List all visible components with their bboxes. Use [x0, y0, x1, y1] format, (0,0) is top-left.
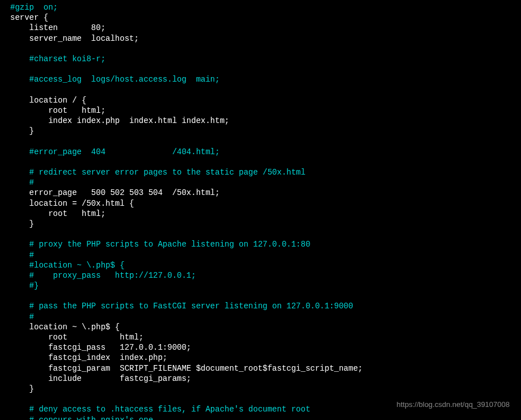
code-line: # redirect server error pages to the sta… [0, 167, 521, 177]
code-line: # concurs with nginx's one [0, 415, 521, 421]
code-text: fastcgi_index index.php; [10, 353, 167, 362]
code-line: fastcgi_index index.php; [0, 353, 521, 363]
code-line: include fastcgi_params; [0, 374, 521, 384]
code-text [10, 240, 29, 249]
code-text: fastcgi_param SCRIPT_FILENAME $document_… [10, 364, 363, 373]
code-line: location / { [0, 95, 521, 105]
code-text: root html; [10, 333, 143, 342]
code-line: root html; [0, 209, 521, 219]
code-line [0, 157, 521, 167]
code-line [0, 44, 521, 54]
comment-text: # [29, 178, 34, 187]
comment-text: # [29, 251, 34, 260]
code-line: # proxy_pass http://127.0.0.1; [0, 270, 521, 281]
comment-text: #error_page 404 /404.html; [29, 147, 220, 156]
comment-text: # redirect server error pages to the sta… [29, 168, 306, 177]
code-text [10, 178, 29, 187]
code-line: error_page 500 502 503 504 /50x.html; [0, 188, 521, 198]
code-line: listen 80; [0, 23, 521, 33]
comment-text: #gzip on; [10, 3, 58, 12]
code-line: location ~ \.php$ { [0, 322, 521, 332]
code-text: } [10, 126, 34, 135]
code-text [10, 251, 29, 260]
code-text: root html; [10, 209, 105, 218]
code-line: # pass the PHP scripts to FastCGI server… [0, 301, 521, 311]
code-text [10, 147, 29, 156]
code-line: #} [0, 281, 521, 291]
code-text: } [10, 219, 34, 228]
comment-text: #charset koi8-r; [29, 54, 105, 63]
code-text: server_name localhost; [10, 34, 139, 43]
code-line: #error_page 404 /404.html; [0, 147, 521, 157]
code-text: location ~ \.php$ { [10, 323, 120, 332]
comment-text: #location ~ \.php$ { [29, 261, 125, 270]
code-line: #location ~ \.php$ { [0, 260, 521, 270]
code-text: root html; [10, 106, 105, 115]
code-text: location / { [10, 96, 86, 105]
code-text [10, 312, 29, 321]
code-text: listen 80; [10, 23, 105, 32]
comment-text: # deny access to .htaccess files, if Apa… [29, 405, 311, 414]
code-text [10, 75, 29, 84]
comment-text: # proxy_pass http://127.0.0.1; [29, 271, 196, 280]
code-editor: #gzip on;server { listen 80; server_name… [0, 2, 521, 420]
code-line: server { [0, 12, 521, 23]
code-text: index index.php index.html index.htm; [10, 116, 229, 125]
code-line [0, 85, 521, 95]
comment-text: #} [29, 281, 39, 290]
code-text: location = /50x.html { [10, 199, 134, 208]
code-text [10, 261, 29, 270]
comment-text: # proxy the PHP scripts to Apache listen… [29, 240, 311, 249]
code-text: } [10, 384, 34, 393]
code-text [10, 415, 29, 421]
code-line [0, 229, 521, 239]
code-line: #access_log logs/host.access.log main; [0, 74, 521, 84]
code-text [10, 281, 29, 290]
code-line [0, 136, 521, 146]
comment-text: # [29, 312, 34, 321]
code-text: fastcgi_pass 127.0.0.1:9000; [10, 343, 191, 352]
comment-text: # pass the PHP scripts to FastCGI server… [29, 302, 353, 311]
comment-text: # concurs with nginx's one [29, 415, 153, 421]
code-line: } [0, 126, 521, 136]
code-text [10, 405, 29, 414]
code-line: #charset koi8-r; [0, 54, 521, 64]
code-line: } [0, 384, 521, 394]
code-line [0, 64, 521, 74]
code-line: fastcgi_param SCRIPT_FILENAME $document_… [0, 363, 521, 374]
code-line: index index.php index.html index.htm; [0, 116, 521, 126]
code-text: error_page 500 502 503 504 /50x.html; [10, 188, 220, 197]
code-line [0, 291, 521, 301]
code-line: # proxy the PHP scripts to Apache listen… [0, 239, 521, 249]
code-line: #gzip on; [0, 2, 521, 12]
code-text [10, 54, 29, 63]
code-text [10, 168, 29, 177]
code-line: location = /50x.html { [0, 198, 521, 209]
code-line: root html; [0, 105, 521, 116]
code-line: # [0, 177, 521, 188]
code-text: server { [10, 13, 48, 22]
watermark-text: https://blog.csdn.net/qq_39107008 [397, 400, 510, 410]
comment-text: #access_log logs/host.access.log main; [29, 75, 220, 84]
code-line: # [0, 250, 521, 260]
code-line: fastcgi_pass 127.0.0.1:9000; [0, 342, 521, 353]
code-line: } [0, 219, 521, 229]
code-line: root html; [0, 332, 521, 342]
code-line: # [0, 312, 521, 322]
code-text [10, 302, 29, 311]
code-text: include fastcgi_params; [10, 374, 191, 383]
code-line: server_name localhost; [0, 33, 521, 44]
code-text [10, 271, 29, 280]
